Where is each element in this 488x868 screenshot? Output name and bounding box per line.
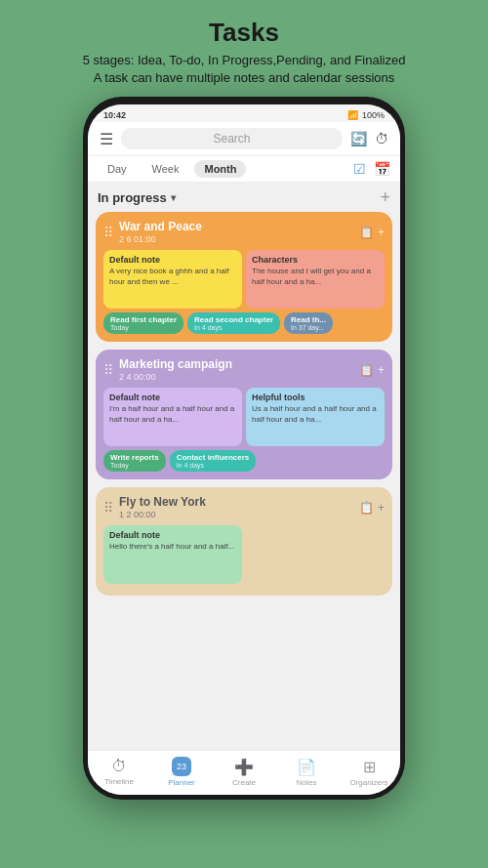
bottom-nav: ⏱ Timeline 23 Planner ➕ Create 📄 Notes ⊞… [88,750,400,795]
task-card-fly-newyork: ⠿ Fly to New York 1 2 00:00 📋 + Default … [96,487,392,596]
sessions-row-1: Read first chapter Today Read second cha… [103,312,385,334]
add-task-button[interactable]: + [380,188,390,206]
notes-grid-1: Default note A very nice book a ghhh and… [103,250,385,309]
session-chip-write-reports[interactable]: Write reports Today [103,450,166,472]
nav-item-organizers[interactable]: ⊞ Organizers [345,758,393,787]
signal-icon: 📶 [347,110,358,120]
notes-grid-2: Default note I'm a half hour and a half … [103,388,385,446]
copy-icon-2[interactable]: 📋 [359,363,374,377]
create-icon: ➕ [234,758,254,776]
drag-handle-icon-3[interactable]: ⠿ [103,500,113,516]
task-title-2: Marketing campaign [119,357,232,371]
section-header: In progress ▾ + [96,188,392,206]
page-header: Tasks 5 stages: Idea, To-do, In Progress… [0,0,488,97]
notes-icon: 📄 [297,758,316,776]
organizers-icon: ⊞ [363,758,376,776]
nav-item-notes[interactable]: 📄 Notes [282,758,331,787]
note-card-helpful-tools[interactable]: Helpful tools Us a half hour and a half … [246,388,385,446]
page-subtitle: 5 stages: Idea, To-do, In Progress,Pendi… [20,52,468,87]
task-add-icon-3[interactable]: + [378,501,385,515]
tab-month[interactable]: Month [194,160,246,178]
session-chip-read-first[interactable]: Read first chapter Today [103,312,183,334]
nav-item-planner[interactable]: 23 Planner [157,757,206,787]
timer-icon[interactable]: ⏱ [375,131,388,146]
task-card-war-and-peace: ⠿ War and Peace 2 6 01:00 📋 + Default no… [96,212,392,342]
task-title-1: War and Peace [119,220,202,233]
task-card-marketing: ⠿ Marketing campaign 2 4 00:00 📋 + Defau… [96,350,392,479]
top-bar: ☰ Search 🔄 ⏱ [88,122,400,156]
timeline-label: Timeline [104,777,134,786]
task-add-icon[interactable]: + [378,226,385,239]
task-title-3: Fly to New York [119,495,206,509]
planner-label: Planner [168,778,195,787]
section-title: In progress ▾ [98,190,176,205]
task-meta-1: 2 6 01:00 [119,234,202,244]
note-card-characters[interactable]: Characters The house and I will get you … [246,250,385,309]
phone-screen: 10:42 📶 100% ☰ Search 🔄 ⏱ Day Week Month… [88,104,400,795]
dropdown-arrow-icon[interactable]: ▾ [171,192,176,203]
task-actions-3: 📋 + [359,501,385,515]
task-actions-1: 📋 + [359,226,385,239]
task-add-icon-2[interactable]: + [378,363,385,377]
task-title-row-1: ⠿ War and Peace 2 6 01:00 [103,220,202,244]
organizers-label: Organizers [349,778,387,787]
note-card-default-1[interactable]: Default note A very nice book a ghhh and… [103,250,242,309]
tab-week[interactable]: Week [142,160,189,178]
content-area: In progress ▾ + ⠿ War and Peace 2 6 01:0… [88,183,400,750]
note-card-default-2[interactable]: Default note I'm a half hour and a half … [103,388,242,446]
refresh-icon[interactable]: 🔄 [350,131,367,146]
calendar-icon[interactable]: 📅 [374,161,390,177]
status-right: 📶 100% [347,110,385,120]
search-input[interactable]: Search [121,128,343,149]
task-title-row-2: ⠿ Marketing campaign 2 4 00:00 [103,357,232,382]
nav-item-timeline[interactable]: ⏱ Timeline [95,758,143,786]
notes-grid-3: Default note Hello there's a half hour a… [103,525,385,584]
tab-day[interactable]: Day [98,160,137,178]
task-title-row-3: ⠿ Fly to New York 1 2 00:00 [103,495,206,519]
task-info-2: Marketing campaign 2 4 00:00 [119,357,232,382]
tab-bar: Day Week Month ☑ 📅 [88,156,400,183]
task-meta-2: 2 4 00:00 [119,372,232,382]
status-time: 10:42 [103,110,126,120]
tab-action-icons: ☑ 📅 [353,161,390,177]
copy-icon[interactable]: 📋 [359,226,374,239]
session-chip-read-third[interactable]: Read th... In 37 day... [284,312,333,334]
top-icons: 🔄 ⏱ [350,131,388,146]
task-card-header-3: ⠿ Fly to New York 1 2 00:00 📋 + [103,495,385,519]
timeline-icon: ⏱ [111,758,127,775]
task-info-1: War and Peace 2 6 01:00 [119,220,202,244]
status-bar: 10:42 📶 100% [88,104,400,122]
planner-icon: 23 [172,757,191,776]
copy-icon-3[interactable]: 📋 [359,501,374,515]
session-chip-contact-influencers[interactable]: Contact influencers In 4 days [170,450,257,472]
calendar-check-icon[interactable]: ☑ [353,161,366,177]
task-card-header-2: ⠿ Marketing campaign 2 4 00:00 📋 + [103,357,385,382]
task-actions-2: 📋 + [359,363,385,377]
create-label: Create [232,778,256,787]
page-title: Tasks [20,18,468,48]
task-card-header-1: ⠿ War and Peace 2 6 01:00 📋 + [103,220,385,244]
notes-label: Notes [297,778,317,787]
task-meta-3: 1 2 00:00 [119,510,206,519]
menu-icon[interactable]: ☰ [100,130,113,148]
nav-item-create[interactable]: ➕ Create [220,758,268,787]
note-card-default-3[interactable]: Default note Hello there's a half hour a… [103,525,242,584]
session-chip-read-second[interactable]: Read second chapter In 4 days [187,312,280,334]
phone-device: 10:42 📶 100% ☰ Search 🔄 ⏱ Day Week Month… [83,97,405,800]
task-info-3: Fly to New York 1 2 00:00 [119,495,206,519]
sessions-row-2: Write reports Today Contact influencers … [103,450,385,472]
drag-handle-icon[interactable]: ⠿ [103,225,113,240]
battery-text: 100% [362,110,385,120]
drag-handle-icon-2[interactable]: ⠿ [103,362,113,378]
